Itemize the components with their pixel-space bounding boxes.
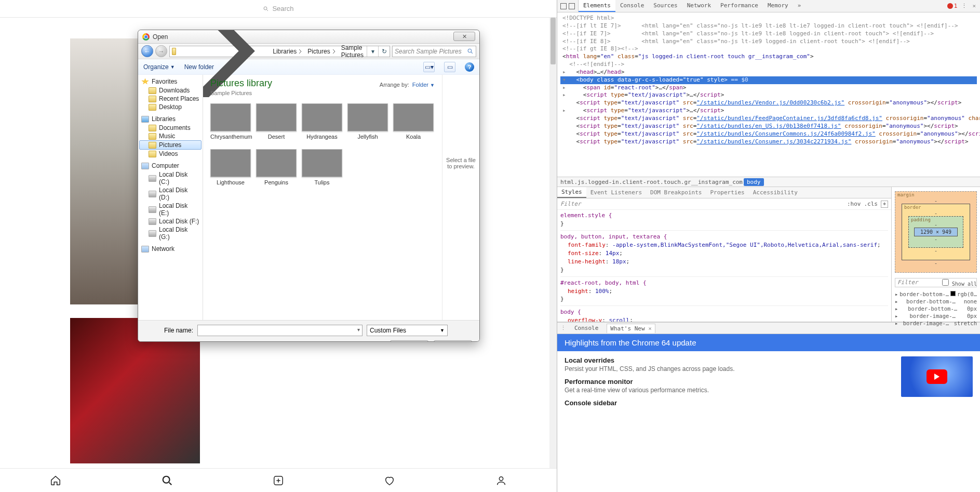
- view-mode-button[interactable]: ▭▾: [423, 62, 435, 72]
- file-thumb[interactable]: Hydrangeas: [302, 103, 342, 140]
- drawer-tab-console[interactable]: Console: [571, 324, 601, 333]
- dom-tree[interactable]: <!DOCTYPE html><!--[if lt IE 7]> <html l…: [557, 12, 980, 177]
- explore-search[interactable]: Search: [0, 0, 557, 18]
- tabs-overflow[interactable]: »: [793, 0, 807, 12]
- file-thumb[interactable]: Lighthouse: [210, 149, 251, 185]
- sidebar-item[interactable]: Local Disk (F:): [139, 217, 202, 225]
- organize-menu[interactable]: Organize ▼: [143, 63, 175, 71]
- breadcrumb-item[interactable]: Pictures: [305, 48, 338, 55]
- close-icon[interactable]: ×: [648, 325, 652, 332]
- sidebar-item[interactable]: Local Disk (G:): [139, 225, 202, 241]
- file-thumb[interactable]: Tulips: [302, 149, 342, 185]
- cls-toggle[interactable]: .cls: [864, 201, 878, 207]
- devtools-tab-elements[interactable]: Elements: [579, 0, 615, 12]
- svg-line-1: [267, 9, 269, 11]
- search-icon: [467, 48, 474, 55]
- breadcrumb[interactable]: Libraries Pictures Sample Pictures ▾ ↻: [169, 46, 390, 57]
- drawer-menu[interactable]: ⋮: [560, 325, 566, 331]
- dialog-search[interactable]: Search Sample Pictures: [392, 46, 476, 57]
- devtools-tab-memory[interactable]: Memory: [763, 0, 793, 12]
- feed-scrollbar[interactable]: [549, 18, 557, 468]
- file-thumb[interactable]: Chrysanthemum: [210, 103, 251, 140]
- computed-prop[interactable]: border-bottom-…0px: [895, 305, 977, 312]
- nav-home[interactable]: [49, 474, 62, 487]
- chrome-icon: [142, 33, 150, 41]
- box-model[interactable]: margin - border- padding- 1290 × 949 - -…: [895, 191, 977, 273]
- svg-line-3: [169, 482, 171, 485]
- nav-back-button[interactable]: ←: [141, 45, 153, 57]
- svg-line-9: [471, 52, 473, 54]
- breadcrumb-dropdown[interactable]: ▾: [367, 46, 378, 57]
- new-rule-button[interactable]: +: [881, 201, 888, 208]
- devtools-tab-console[interactable]: Console: [615, 0, 649, 12]
- dialog-footer: File name: Custom Files▼ Open Cancel: [138, 320, 479, 342]
- nav-activity[interactable]: [383, 474, 396, 487]
- sidebar-group[interactable]: Computer: [139, 161, 202, 170]
- devtools-tab-performance[interactable]: Performance: [716, 0, 763, 12]
- file-thumb[interactable]: Koala: [393, 103, 434, 140]
- computed-prop[interactable]: border-image-…0px: [895, 312, 977, 320]
- breadcrumb-item[interactable]: Sample Pictures: [339, 44, 366, 59]
- sidebar-item[interactable]: Documents: [139, 124, 202, 132]
- computed-prop[interactable]: border-bottom-…rgb(0…: [895, 290, 977, 298]
- breadcrumb-item[interactable]: Libraries: [271, 48, 304, 55]
- whatsnew-desc: Persist your HTML, CSS, and JS changes a…: [565, 365, 894, 373]
- nav-forward-button[interactable]: →: [155, 45, 167, 57]
- sidebar-item[interactable]: Local Disk (D:): [139, 186, 202, 202]
- styles-subtab[interactable]: Accessibility: [749, 188, 802, 197]
- sidebar-item[interactable]: Desktop: [139, 103, 202, 111]
- sidebar-item[interactable]: Pictures: [139, 140, 202, 150]
- styles-subtab[interactable]: DOM Breakpoints: [646, 188, 706, 197]
- devtools-close[interactable]: ×: [972, 3, 976, 9]
- search-icon: [263, 6, 269, 12]
- styles-subtab[interactable]: Properties: [706, 188, 748, 197]
- file-thumb[interactable]: Penguins: [256, 149, 297, 185]
- arrange-by[interactable]: Arrange by: Folder ▼: [380, 82, 435, 88]
- sidebar-group[interactable]: Favorites: [139, 77, 202, 86]
- computed-prop[interactable]: border-image-…stretch: [895, 320, 977, 327]
- video-thumb[interactable]: [901, 356, 973, 397]
- preview-pane-button[interactable]: ▭: [444, 62, 455, 72]
- open-button[interactable]: Open: [390, 340, 428, 342]
- sidebar-item[interactable]: Local Disk (C:): [139, 170, 202, 186]
- sidebar-item[interactable]: Recent Places: [139, 95, 202, 103]
- devtools-tab-network[interactable]: Network: [682, 0, 716, 12]
- svg-point-7: [499, 476, 503, 480]
- styles-subtab[interactable]: Event Listeners: [586, 188, 646, 197]
- styles-subtab[interactable]: Styles: [557, 187, 586, 198]
- computed-prop[interactable]: border-bottom-…none: [895, 298, 977, 305]
- help-button[interactable]: ?: [465, 62, 474, 72]
- file-thumb[interactable]: Jellyfish: [347, 103, 388, 140]
- sidebar-group[interactable]: Network: [139, 244, 202, 254]
- filetype-filter[interactable]: Custom Files▼: [367, 325, 448, 336]
- error-count[interactable]: 1: [947, 3, 958, 9]
- search-placeholder: Search: [272, 5, 293, 12]
- dialog-close-button[interactable]: ✕: [453, 32, 475, 41]
- inspect-toggle[interactable]: [557, 0, 579, 12]
- whatsnew-heading: Local overrides: [565, 356, 894, 364]
- bottom-nav: [0, 468, 557, 492]
- sidebar-item[interactable]: Downloads: [139, 86, 202, 95]
- refresh-button[interactable]: ↻: [378, 46, 390, 57]
- sidebar-group[interactable]: Libraries: [139, 114, 202, 124]
- sidebar-item[interactable]: Local Disk (E:): [139, 202, 202, 217]
- nav-profile[interactable]: [495, 474, 507, 487]
- filename-input[interactable]: [197, 325, 363, 336]
- search-placeholder: Search Sample Pictures: [395, 48, 462, 55]
- drawer-tab-whatsnew[interactable]: What's New ×: [607, 324, 655, 333]
- devtools-tab-sources[interactable]: Sources: [649, 0, 682, 12]
- nav-add[interactable]: [272, 474, 285, 487]
- cancel-button[interactable]: Cancel: [434, 340, 472, 342]
- devtools-menu[interactable]: ⋮: [961, 3, 968, 9]
- sidebar-item[interactable]: Music: [139, 132, 202, 140]
- hov-toggle[interactable]: :hov: [847, 201, 861, 207]
- new-folder-button[interactable]: New folder: [184, 63, 214, 71]
- dialog-sidebar: FavoritesDownloadsRecent PlacesDesktopLi…: [138, 75, 203, 320]
- file-thumb[interactable]: Desert: [256, 103, 297, 140]
- sidebar-item[interactable]: Videos: [139, 150, 202, 158]
- showall-checkbox[interactable]: [942, 279, 949, 286]
- dom-breadcrumbs[interactable]: html.js.logged-in.client-root.touch.gr__…: [557, 177, 980, 187]
- nav-search[interactable]: [161, 474, 173, 487]
- styles-filter[interactable]: Filter: [560, 201, 581, 207]
- preview-pane: Select a file to preview.: [442, 75, 479, 320]
